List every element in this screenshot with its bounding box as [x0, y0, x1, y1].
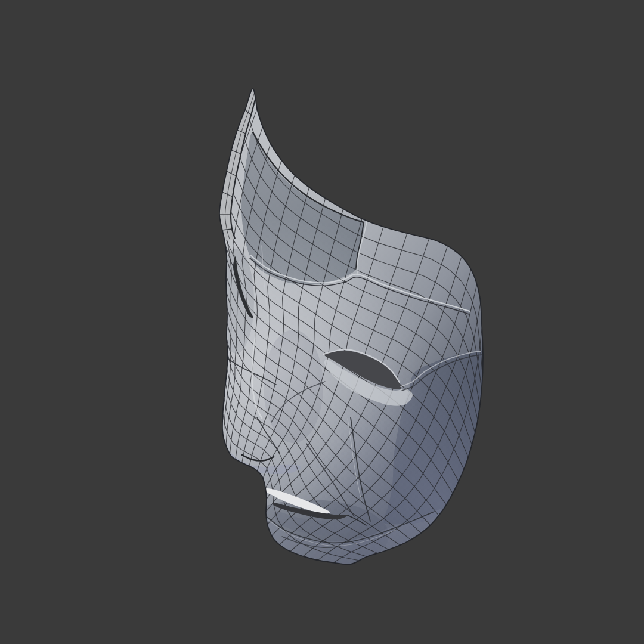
viewport-3d [0, 0, 644, 644]
mask-3d-render [0, 0, 644, 644]
